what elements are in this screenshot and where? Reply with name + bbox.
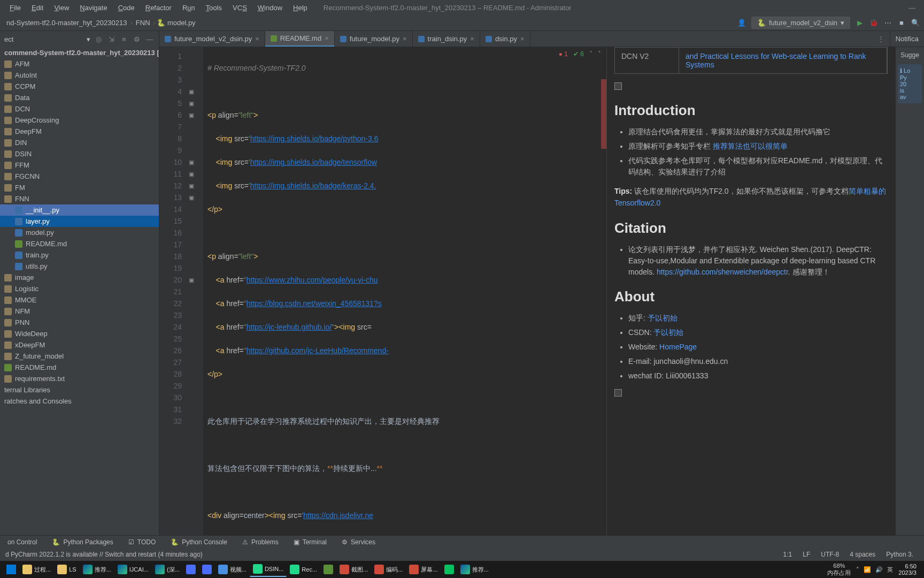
tree-file-readme-root[interactable]: README.md [0,362,159,373]
tab-train-dsin[interactable]: train_dsin.py× [413,31,480,47]
taskbar-item[interactable] [320,562,336,577]
tree-folder[interactable]: image [0,272,159,283]
error-stripe[interactable] [601,79,606,149]
tree-external-libs[interactable]: ternal Libraries [0,384,159,396]
tree-folder[interactable]: Z_future_model [0,351,159,362]
tree-folder[interactable]: MMOE [0,294,159,306]
tree-file-train[interactable]: train.py [0,249,159,261]
run-config-combo[interactable]: 🐍 future_model_v2_dsin ▾ [751,17,850,29]
menu-file[interactable]: File [4,4,26,12]
next-highlight-icon[interactable]: ˅ [598,50,601,58]
preview-link[interactable]: 予以初始 [648,314,677,322]
preview-link[interactable]: and Practical Lessons for Web-scale Lear… [686,52,866,69]
start-button[interactable] [3,562,19,577]
close-icon[interactable]: × [255,35,259,43]
markdown-preview[interactable]: DCN V2 and Practical Lessons for Web-sca… [606,47,895,535]
taskbar-item[interactable]: 屏幕... [406,562,441,577]
crumb-folder[interactable]: FNN [134,19,152,27]
preview-link[interactable]: https://github.com/shenweichen/deepctr [657,268,788,276]
debug-icon[interactable]: 🐞 [869,19,878,27]
tree-file-model[interactable]: model.py [0,227,159,238]
taskbar-item[interactable]: 推荐... [457,562,492,577]
tree-folder[interactable]: WideDeep [0,328,159,339]
target-icon[interactable]: ◎ [94,35,103,43]
image-gutter-icon[interactable]: ▣ [186,192,197,203]
preview-link[interactable]: 予以初始 [653,328,683,337]
taskbar-item[interactable]: 截图... [336,562,371,577]
crumb-project[interactable]: nd-System-tf2.0-master_hyt_20230213 [4,19,129,27]
menu-window[interactable]: Window [252,4,288,12]
indent-setting[interactable]: 4 spaces [844,551,881,558]
taskbar-item[interactable]: IJCAI... [114,562,152,577]
tab-dsin[interactable]: dsin.py× [480,31,530,47]
tree-file-readme[interactable]: README.md [0,238,159,249]
tree-file-requirements[interactable]: requirements.txt [0,373,159,384]
tab-readme[interactable]: README.md× [265,31,335,47]
tree-folder[interactable]: Logistic [0,283,159,294]
info-panel[interactable]: ℹ Lo Py 20 is av [898,64,922,103]
crumb-file[interactable]: model.py [165,19,198,27]
bt-python-console[interactable]: 🐍Python Console [163,538,235,546]
bt-todo[interactable]: ☑TODO [121,538,163,546]
tree-folder[interactable]: DIN [0,137,159,148]
tree-file-utils[interactable]: utils.py [0,261,159,272]
tab-future-model-v2[interactable]: future_model_v2_dsin.py× [159,31,265,47]
tree-file-init[interactable]: __init__.py [0,204,159,216]
ime-indicator[interactable]: 英 [887,566,893,574]
menu-run[interactable]: Run [177,4,201,12]
warning-count-icon[interactable]: ✔ 6 [573,50,584,58]
bt-terminal[interactable]: ▣Terminal [286,538,334,546]
image-gutter-icon[interactable]: ▣ [186,109,197,121]
bt-services[interactable]: ⚙Services [334,538,383,546]
status-message[interactable]: d PyCharm 2022.1.2 is available // Switc… [5,551,778,558]
caret-position[interactable]: 1:1 [778,551,798,558]
menu-tools[interactable]: Tools [201,4,227,12]
taskbar-item[interactable]: LS [54,562,79,577]
network-icon[interactable]: 📶 [864,566,871,573]
taskbar-item[interactable]: 视频... [215,562,250,577]
tree-folder[interactable]: DeepFM [0,126,159,137]
taskbar-item[interactable]: (深... [152,562,183,577]
chevron-down-icon[interactable]: ▾ [87,35,90,43]
menu-edit[interactable]: Edit [26,4,49,12]
tree-folder[interactable]: NFM [0,306,159,317]
tree-folder[interactable]: DSIN [0,148,159,159]
user-add-icon[interactable]: 👤 [737,19,746,27]
menu-vcs[interactable]: VCS [227,4,252,12]
close-icon[interactable]: × [403,35,407,43]
prev-highlight-icon[interactable]: ˄ [589,50,592,58]
menu-view[interactable]: View [49,4,74,12]
image-gutter-icon[interactable]: ▣ [186,156,197,168]
volume-icon[interactable]: 🔊 [875,566,883,573]
more-run-icon[interactable]: ⋯ [883,19,892,27]
code-editor[interactable]: ● 1 ✔ 6 ˄ ˅ 1234567891011121314151617181… [159,47,606,535]
memory-indicator[interactable]: 68%内存占用 [827,562,851,577]
taskbar-item[interactable]: Rec... [287,562,320,577]
close-icon[interactable]: × [520,35,525,43]
image-gutter-icon[interactable]: ▣ [186,97,197,109]
tree-folder-fnn[interactable]: FNN [0,193,159,204]
menu-navigate[interactable]: Navigate [74,4,112,12]
tree-folder[interactable]: DCN [0,103,159,115]
taskbar-item[interactable] [199,562,215,577]
collapse-icon[interactable]: ≡ [119,35,129,43]
project-tree[interactable]: commend-System-tf2.0-master_hyt_20230213… [0,47,159,407]
close-icon[interactable]: × [470,35,474,43]
search-icon[interactable]: 🔍 [911,19,920,27]
tree-folder[interactable]: CCPM [0,81,159,92]
tab-future-model[interactable]: future_model.py× [335,31,413,47]
taskbar-item[interactable] [441,562,457,577]
menu-code[interactable]: Code [113,4,140,12]
error-count-icon[interactable]: ● 1 [559,50,568,58]
taskbar-item[interactable]: 过程... [19,562,54,577]
bt-python-packages[interactable]: 🐍Python Packages [44,538,120,546]
system-tray[interactable]: ˄ 📶 🔊 英 [856,566,893,574]
tree-folder[interactable]: PNN [0,317,159,328]
tray-up-icon[interactable]: ˄ [856,566,859,573]
tree-folder[interactable]: FFM [0,159,159,171]
suggestions-label[interactable]: Sugge [898,51,922,59]
window-minimize-icon[interactable]: — [904,4,920,12]
interpreter[interactable]: Python 3. [881,551,919,558]
tree-folder[interactable]: FM [0,182,159,193]
run-icon[interactable]: ▶ [856,19,864,27]
